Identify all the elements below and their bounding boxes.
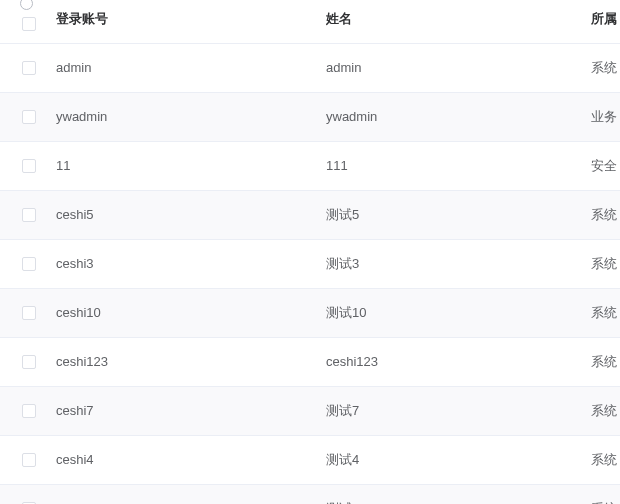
col-header-dept[interactable]: 所属 xyxy=(591,0,620,43)
cell-dept: 系统 xyxy=(591,288,620,337)
row-checkbox[interactable] xyxy=(22,159,36,173)
row-checkbox[interactable] xyxy=(22,404,36,418)
col-header-login[interactable]: 登录账号 xyxy=(56,0,326,43)
table-row[interactable]: ceshi4测试4系统 xyxy=(0,435,620,484)
row-checkbox[interactable] xyxy=(22,110,36,124)
cell-dept: 系统 xyxy=(591,239,620,288)
cell-name: 测试6 xyxy=(326,484,591,504)
table-row[interactable]: ceshi6测试6系统 xyxy=(0,484,620,504)
row-checkbox[interactable] xyxy=(22,453,36,467)
row-checkbox[interactable] xyxy=(22,257,36,271)
cell-dept: 业务 xyxy=(591,92,620,141)
cell-dept: 系统 xyxy=(591,337,620,386)
cell-login: ceshi7 xyxy=(56,386,326,435)
cell-login: ceshi123 xyxy=(56,337,326,386)
cell-login: ywadmin xyxy=(56,92,326,141)
user-table: 登录账号 姓名 所属 adminadmin系统ywadminywadmin业务1… xyxy=(0,0,620,504)
table-row[interactable]: ceshi123ceshi123系统 xyxy=(0,337,620,386)
cell-login: admin xyxy=(56,43,326,92)
cell-dept: 安全 xyxy=(591,141,620,190)
table-row[interactable]: adminadmin系统 xyxy=(0,43,620,92)
row-checkbox[interactable] xyxy=(22,61,36,75)
cell-dept: 系统 xyxy=(591,386,620,435)
cell-dept: 系统 xyxy=(591,190,620,239)
table-row[interactable]: ceshi5测试5系统 xyxy=(0,190,620,239)
cell-name: 测试3 xyxy=(326,239,591,288)
row-checkbox[interactable] xyxy=(22,208,36,222)
cell-name: 测试4 xyxy=(326,435,591,484)
table-row[interactable]: 11111安全 xyxy=(0,141,620,190)
cell-dept: 系统 xyxy=(591,484,620,504)
cell-login: 11 xyxy=(56,141,326,190)
table-row[interactable]: ceshi10测试10系统 xyxy=(0,288,620,337)
cell-login: ceshi10 xyxy=(56,288,326,337)
cell-login: ceshi3 xyxy=(56,239,326,288)
cell-name: 测试7 xyxy=(326,386,591,435)
select-all-checkbox[interactable] xyxy=(22,17,36,31)
cell-name: admin xyxy=(326,43,591,92)
cell-login: ceshi5 xyxy=(56,190,326,239)
cell-name: 111 xyxy=(326,141,591,190)
cell-dept: 系统 xyxy=(591,435,620,484)
sort-indicator-icon[interactable] xyxy=(20,0,33,10)
cell-name: ywadmin xyxy=(326,92,591,141)
col-header-name[interactable]: 姓名 xyxy=(326,0,591,43)
row-checkbox[interactable] xyxy=(22,306,36,320)
cell-dept: 系统 xyxy=(591,43,620,92)
cell-name: 测试10 xyxy=(326,288,591,337)
cell-name: 测试5 xyxy=(326,190,591,239)
cell-login: ceshi4 xyxy=(56,435,326,484)
table-row[interactable]: ceshi3测试3系统 xyxy=(0,239,620,288)
cell-login: ceshi6 xyxy=(56,484,326,504)
cell-name: ceshi123 xyxy=(326,337,591,386)
table-row[interactable]: ceshi7测试7系统 xyxy=(0,386,620,435)
table-row[interactable]: ywadminywadmin业务 xyxy=(0,92,620,141)
table-header-row: 登录账号 姓名 所属 xyxy=(0,0,620,43)
row-checkbox[interactable] xyxy=(22,355,36,369)
